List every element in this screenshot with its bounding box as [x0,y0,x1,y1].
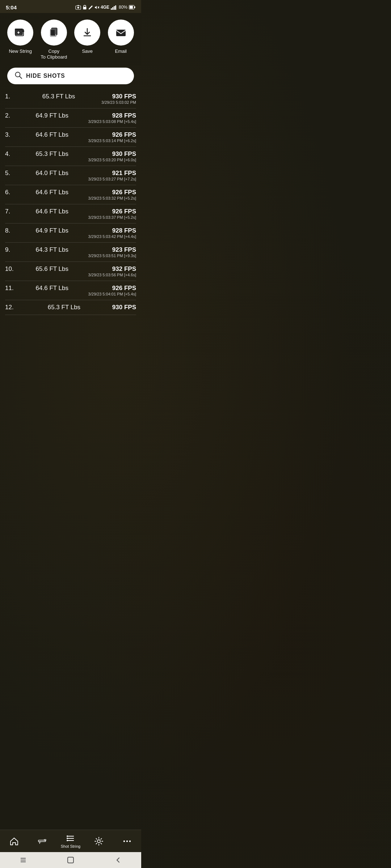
signal-label: 4GE [101,5,109,10]
shot-row-2[interactable]: 2. 64.9 FT Lbs 928 FPS 3/29/23 5:03:08 P… [5,109,136,128]
shot-time: 3/29/23 5:03:37 PM [+5.2s] [88,215,136,220]
shot-time: 3/29/23 5:03:51 PM [+9.3s] [88,254,136,258]
svg-rect-7 [114,6,115,10]
shot-energy: 64.3 FT Lbs [16,246,88,254]
shot-time: 3/29/23 5:03:08 PM [+5.4s] [88,119,136,124]
shot-row-8[interactable]: 8. 64.9 FT Lbs 928 FPS 3/29/23 5:03:42 P… [5,224,136,243]
shot-fps: 930 FPS [101,93,136,100]
status-icons: 4GE 80% [75,5,135,10]
shot-row-3[interactable]: 3. 64.6 FT Lbs 926 FPS 3/29/23 5:03:14 P… [5,128,136,147]
svg-rect-6 [112,7,113,10]
hide-shots-bar[interactable]: HIDE SHOTS [7,68,134,84]
shot-time: 3/29/23 5:03:32 PM [+5.2s] [88,196,136,200]
new-string-icon-circle [7,20,33,46]
shot-right: 923 FPS 3/29/23 5:03:51 PM [+9.3s] [88,246,136,258]
shot-time: 3/29/23 5:04:01 PM [+5.4s] [88,292,136,296]
shot-number: 1. [5,93,16,100]
shot-right: 926 FPS 3/29/23 5:04:01 PM [+5.4s] [88,285,136,296]
shot-row-1[interactable]: 1. 65.3 FT Lbs 930 FPS 3/29/23 5:03:02 P… [5,89,136,109]
shot-fps: 928 FPS [88,227,136,234]
shot-number: 4. [5,150,16,158]
shot-energy: 65.3 FT Lbs [16,304,112,311]
svg-rect-10 [130,6,133,9]
shot-energy: 65.3 FT Lbs [16,93,101,100]
svg-point-1 [77,7,79,9]
svg-rect-25 [116,30,126,36]
shot-number: 2. [5,112,16,119]
shot-time: 3/29/23 5:03:56 PM [+4.6s] [88,273,136,277]
shot-row-7[interactable]: 7. 64.6 FT Lbs 926 FPS 3/29/23 5:03:37 P… [5,204,136,224]
copy-clipboard-button[interactable]: CopyTo Clipboard [39,20,68,60]
new-string-label: New String [9,48,32,54]
shot-fps: 932 FPS [88,265,136,273]
shot-right: 930 FPS 3/29/23 5:03:20 PM [+6.0s] [88,150,136,162]
shot-energy: 64.6 FT Lbs [16,189,88,196]
shot-time: 3/29/23 5:03:02 PM [101,100,136,105]
shot-right: 926 FPS 3/29/23 5:03:37 PM [+5.2s] [88,208,136,220]
shot-number: 12. [5,304,16,311]
shot-time: 3/29/23 5:03:20 PM [+6.0s] [88,158,136,162]
shot-right: 930 FPS 3/29/23 5:03:02 PM [101,93,136,105]
shot-fps: 928 FPS [88,112,136,119]
shot-energy: 65.6 FT Lbs [16,265,88,273]
shot-energy: 65.3 FT Lbs [16,150,88,158]
email-icon-circle [108,20,134,46]
shot-fps: 926 FPS [88,208,136,215]
battery-label: 80% [119,5,127,10]
shot-energy: 64.9 FT Lbs [16,227,88,234]
shot-number: 9. [5,246,16,254]
shot-number: 11. [5,285,16,292]
svg-line-27 [20,76,22,78]
shot-right: 926 FPS 3/29/23 5:03:32 PM [+5.2s] [88,189,136,200]
shot-number: 8. [5,227,16,234]
shot-energy: 64.9 FT Lbs [16,112,88,119]
save-icon-circle [74,20,100,46]
svg-rect-5 [111,8,112,10]
new-string-button[interactable]: New String [6,20,35,54]
shot-number: 10. [5,265,16,273]
shot-energy: 64.0 FT Lbs [16,170,88,177]
shot-row-11[interactable]: 11. 64.6 FT Lbs 926 FPS 3/29/23 5:04:01 … [5,281,136,300]
shot-row-9[interactable]: 9. 64.3 FT Lbs 923 FPS 3/29/23 5:03:51 P… [5,243,136,262]
shot-right: 921 FPS 3/29/23 5:03:27 PM [+7.2s] [88,170,136,181]
shot-energy: 64.6 FT Lbs [16,131,88,139]
shot-fps: 930 FPS [88,150,136,158]
shot-fps: 923 FPS [88,246,136,254]
shot-time: 3/29/23 5:03:14 PM [+6.2s] [88,139,136,143]
shot-time: 3/29/23 5:03:42 PM [+4.4s] [88,234,136,239]
copy-clipboard-icon-circle [41,20,67,46]
svg-rect-24 [51,30,55,35]
shot-row-10[interactable]: 10. 65.6 FT Lbs 932 FPS 3/29/23 5:03:56 … [5,262,136,281]
shot-number: 3. [5,131,16,139]
shot-row-12[interactable]: 12. 65.3 FT Lbs 930 FPS [5,300,136,315]
shot-right: 926 FPS 3/29/23 5:03:14 PM [+6.2s] [88,131,136,143]
shot-energy: 64.6 FT Lbs [16,208,88,215]
svg-rect-2 [83,7,86,9]
shot-row-4[interactable]: 4. 65.3 FT Lbs 930 FPS 3/29/23 5:03:20 P… [5,147,136,166]
shot-fps: 930 FPS [112,304,136,311]
shot-row-6[interactable]: 6. 64.6 FT Lbs 926 FPS 3/29/23 5:03:32 P… [5,185,136,204]
save-button[interactable]: Save [73,20,102,54]
email-label: Email [115,48,127,54]
shot-right: 932 FPS 3/29/23 5:03:56 PM [+4.6s] [88,265,136,277]
shot-right: 928 FPS 3/29/23 5:03:42 PM [+4.4s] [88,227,136,239]
shot-number: 5. [5,170,16,177]
search-icon [14,71,22,81]
status-time: 5:04 [6,4,17,10]
shot-fps: 926 FPS [88,189,136,196]
shot-energy: 64.6 FT Lbs [16,285,88,292]
shot-row-5[interactable]: 5. 64.0 FT Lbs 921 FPS 3/29/23 5:03:27 P… [5,166,136,185]
shot-right: 928 FPS 3/29/23 5:03:08 PM [+5.4s] [88,112,136,124]
svg-rect-11 [134,7,135,8]
copy-clipboard-label: CopyTo Clipboard [41,48,67,60]
svg-rect-8 [115,5,116,10]
shot-right: 930 FPS [112,304,136,311]
shot-number: 6. [5,189,16,196]
actions-row: New String CopyTo Clipboard [0,13,141,65]
email-button[interactable]: Email [106,20,135,54]
status-bar: 5:04 4GE 80% [0,0,141,13]
save-label: Save [82,48,93,54]
shot-fps: 921 FPS [88,170,136,177]
shot-fps: 926 FPS [88,131,136,139]
shot-fps: 926 FPS [88,285,136,292]
